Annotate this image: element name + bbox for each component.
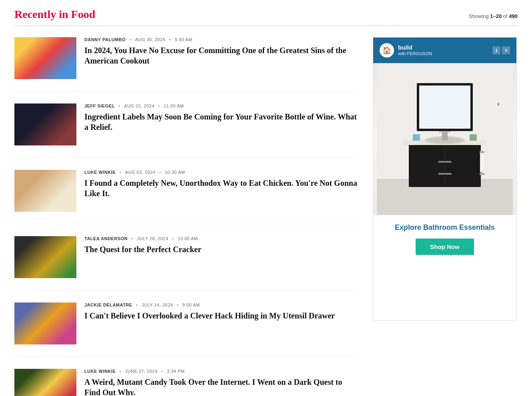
showing-label: Showing bbox=[469, 13, 490, 19]
article-item[interactable]: JEFF SIEGEL • AUG 15, 2024 • 11:00 AM In… bbox=[14, 103, 358, 158]
title-category: Food bbox=[71, 8, 96, 20]
article-thumbnail bbox=[14, 37, 76, 79]
showing-of: of bbox=[502, 13, 509, 19]
article-headline[interactable]: I Can't Believe I Overlooked a Clever Ha… bbox=[84, 310, 358, 321]
ad-logo-icon: 🏠 bbox=[380, 43, 394, 58]
separator-dot-2: • bbox=[158, 103, 160, 108]
ad-top-bar: 🏠 build with FERGUSON ℹ ✕ bbox=[373, 38, 516, 63]
svg-rect-19 bbox=[480, 153, 484, 172]
separator-dot: • bbox=[132, 236, 133, 241]
separator-dot-2: • bbox=[159, 170, 161, 175]
article-item[interactable]: TALEA ANDERSON • JULY 28, 2024 • 10:00 A… bbox=[14, 236, 358, 291]
ad-block: 🏠 build with FERGUSON ℹ ✕ bbox=[373, 37, 517, 321]
article-author: LUKE WINKIE bbox=[84, 170, 116, 175]
article-byline: TALEA ANDERSON • JULY 28, 2024 • 10:00 A… bbox=[84, 236, 358, 241]
showing-total: 490 bbox=[509, 13, 518, 19]
article-date: JULY 14, 2024 bbox=[142, 302, 173, 307]
article-meta: JACKIE DELAMATRE • JULY 14, 2024 • 9:00 … bbox=[84, 302, 358, 344]
article-time: 9:00 AM bbox=[182, 302, 200, 307]
ad-content-area: Explore Bathroom Essentials Shop Now bbox=[373, 215, 516, 263]
article-date: AUG 30, 2024 bbox=[135, 37, 166, 42]
article-time: 5:40 AM bbox=[175, 37, 192, 42]
ad-brand: build bbox=[398, 44, 412, 51]
ad-logo-glyph: 🏠 bbox=[382, 46, 391, 55]
ad-controls: ℹ ✕ bbox=[492, 46, 510, 54]
article-author: JACKIE DELAMATRE bbox=[84, 302, 132, 307]
article-byline: LUKE WINKIE • JUNE 27, 2024 • 3:34 PM bbox=[84, 369, 358, 374]
ad-logo-text: build with FERGUSON bbox=[398, 44, 432, 56]
svg-rect-13 bbox=[419, 86, 470, 129]
article-thumbnail bbox=[14, 236, 76, 278]
article-byline: DANNY PALUMBO • AUG 30, 2024 • 5:40 AM bbox=[84, 37, 358, 42]
ad-brand-sub: with FERGUSON bbox=[398, 51, 432, 56]
article-thumbnail bbox=[14, 103, 76, 145]
article-date: JUNE 27, 2024 bbox=[125, 369, 158, 374]
article-author: LUKE WINKIE bbox=[84, 369, 116, 374]
separator-dot-2: • bbox=[172, 236, 174, 241]
article-date: AUG 03, 2024 bbox=[125, 170, 156, 175]
svg-rect-20 bbox=[498, 103, 499, 105]
article-time: 10:00 AM bbox=[178, 236, 198, 241]
ad-bathroom-image bbox=[377, 63, 513, 215]
article-thumbnail bbox=[14, 170, 76, 212]
article-item[interactable]: JACKIE DELAMATRE • JULY 14, 2024 • 9:00 … bbox=[14, 302, 358, 357]
header-row: Recently in Food Showing 1–20 of 490 bbox=[14, 8, 518, 26]
article-headline[interactable]: A Weird, Mutant Candy Took Over the Inte… bbox=[84, 377, 358, 396]
article-item[interactable]: DANNY PALUMBO • AUG 30, 2024 • 5:40 AM I… bbox=[14, 37, 358, 92]
showing-range: 1–20 bbox=[490, 13, 502, 19]
separator-dot-2: • bbox=[161, 369, 163, 374]
article-byline: JACKIE DELAMATRE • JULY 14, 2024 • 9:00 … bbox=[84, 302, 358, 307]
article-author: DANNY PALUMBO bbox=[84, 37, 126, 42]
article-byline: JEFF SIEGEL • AUG 15, 2024 • 11:00 AM bbox=[84, 103, 358, 108]
separator-dot: • bbox=[118, 103, 120, 108]
svg-rect-15 bbox=[470, 134, 477, 141]
article-headline[interactable]: In 2024, You Have No Excuse for Committi… bbox=[84, 45, 358, 66]
article-headline[interactable]: I Found a Completely New, Unorthodox Way… bbox=[84, 178, 358, 199]
separator-dot: • bbox=[120, 369, 121, 374]
article-headline[interactable]: The Quest for the Perfect Cracker bbox=[84, 244, 358, 255]
article-author: JEFF SIEGEL bbox=[84, 103, 115, 108]
article-item[interactable]: LUKE WINKIE • JUNE 27, 2024 • 3:34 PM A … bbox=[14, 369, 358, 396]
ad-cta-button[interactable]: Shop Now bbox=[416, 239, 474, 255]
ad-tagline: Explore Bathroom Essentials bbox=[380, 223, 510, 232]
article-thumbnail bbox=[14, 369, 76, 396]
separator-dot-2: • bbox=[177, 302, 178, 307]
page-title: Recently in Food bbox=[14, 8, 95, 21]
article-meta: TALEA ANDERSON • JULY 28, 2024 • 10:00 A… bbox=[84, 236, 358, 278]
separator-dot: • bbox=[120, 170, 121, 175]
separator-dot: • bbox=[136, 302, 138, 307]
articles-list: DANNY PALUMBO • AUG 30, 2024 • 5:40 AM I… bbox=[14, 37, 358, 396]
article-byline: LUKE WINKIE • AUG 03, 2024 • 10:30 AM bbox=[84, 170, 358, 175]
separator-dot: • bbox=[130, 37, 131, 42]
ad-info-button[interactable]: ℹ bbox=[492, 46, 500, 54]
ad-close-button[interactable]: ✕ bbox=[502, 46, 510, 54]
article-meta: JEFF SIEGEL • AUG 15, 2024 • 11:00 AM In… bbox=[84, 103, 358, 145]
title-static: Recently in bbox=[14, 8, 71, 20]
article-time: 3:34 PM bbox=[167, 369, 184, 374]
article-thumbnail bbox=[14, 302, 76, 344]
article-headline[interactable]: Ingredient Labels May Soon Be Coming for… bbox=[84, 111, 358, 132]
article-meta: DANNY PALUMBO • AUG 30, 2024 • 5:40 AM I… bbox=[84, 37, 358, 79]
ad-image-area bbox=[373, 63, 516, 215]
article-author: TALEA ANDERSON bbox=[84, 236, 128, 241]
article-time: 11:00 AM bbox=[164, 103, 184, 108]
article-date: JULY 28, 2024 bbox=[137, 236, 168, 241]
content-wrapper: DANNY PALUMBO • AUG 30, 2024 • 5:40 AM I… bbox=[14, 37, 518, 396]
showing-count: Showing 1–20 of 490 bbox=[469, 13, 518, 19]
separator-dot-2: • bbox=[169, 37, 171, 42]
svg-rect-14 bbox=[413, 134, 420, 141]
article-meta: LUKE WINKIE • JUNE 27, 2024 • 3:34 PM A … bbox=[84, 369, 358, 396]
page-container: Recently in Food Showing 1–20 of 490 DAN… bbox=[0, 0, 532, 396]
svg-rect-18 bbox=[480, 173, 484, 175]
article-time: 10:30 AM bbox=[165, 170, 185, 175]
article-meta: LUKE WINKIE • AUG 03, 2024 • 10:30 AM I … bbox=[84, 170, 358, 212]
article-item[interactable]: LUKE WINKIE • AUG 03, 2024 • 10:30 AM I … bbox=[14, 170, 358, 224]
sidebar: 🏠 build with FERGUSON ℹ ✕ bbox=[373, 37, 517, 396]
svg-rect-17 bbox=[480, 151, 484, 153]
article-date: AUG 15, 2024 bbox=[124, 103, 154, 108]
